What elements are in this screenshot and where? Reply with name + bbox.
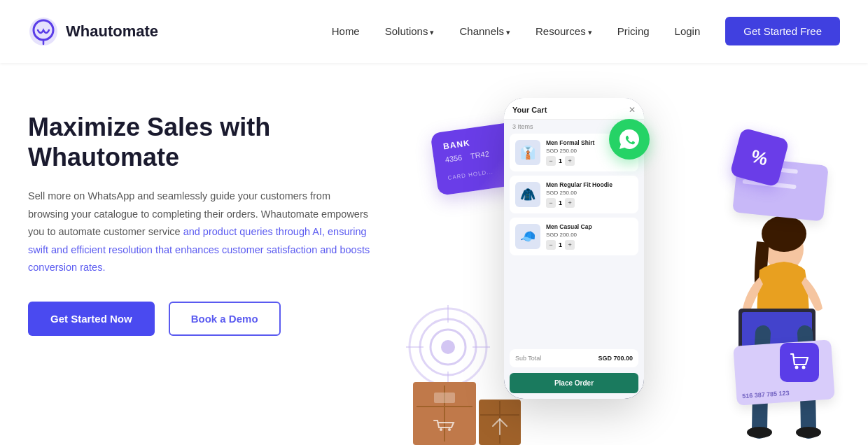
book-demo-button[interactable]: Book a Demo bbox=[169, 302, 281, 336]
svg-point-22 bbox=[795, 366, 799, 369]
qty-num-2: 1 bbox=[559, 199, 562, 206]
cart-item-3-price: SGD 200.00 bbox=[546, 232, 633, 238]
cart-item-2-qty: − 1 + bbox=[546, 198, 633, 208]
svg-rect-15 bbox=[434, 393, 455, 403]
nav-home[interactable]: Home bbox=[332, 25, 360, 37]
cart-item-2-name: Men Regular Fit Hoodie bbox=[546, 181, 633, 188]
nav-solutions[interactable]: Solutions bbox=[385, 25, 435, 37]
get-started-now-button[interactable]: Get Started Now bbox=[28, 302, 155, 336]
cart-item-2-price: SGD 250.00 bbox=[546, 190, 633, 196]
nav-links: Home Solutions Channels Resources Pricin… bbox=[332, 25, 840, 38]
navbar: Whautomate Home Solutions Channels Resou… bbox=[0, 0, 868, 63]
nav-pricing[interactable]: Pricing bbox=[617, 25, 650, 37]
svg-point-29 bbox=[796, 427, 821, 438]
nav-login[interactable]: Login bbox=[675, 25, 701, 37]
svg-point-7 bbox=[441, 340, 455, 354]
cart-item-3-qty: − 1 + bbox=[546, 240, 633, 250]
qty-plus-2[interactable]: + bbox=[565, 198, 575, 208]
target-icon bbox=[406, 305, 490, 389]
subtotal-label: Sub Total bbox=[515, 355, 541, 362]
box-small bbox=[479, 400, 521, 445]
cart-title: Your Cart bbox=[512, 106, 547, 114]
hero-section: Maximize Sales with Whautomate Sell more… bbox=[0, 63, 868, 445]
brand-name: Whautomate bbox=[66, 22, 158, 41]
hero-buttons: Get Started Now Book a Demo bbox=[28, 302, 392, 336]
cart-item-3: 🧢 Men Casual Cap SGD 200.00 − 1 + bbox=[510, 218, 638, 255]
close-icon: ✕ bbox=[629, 105, 636, 115]
svg-point-16 bbox=[440, 428, 442, 431]
place-order-button[interactable]: Place Order bbox=[510, 373, 638, 393]
svg-point-23 bbox=[802, 366, 806, 369]
qty-plus-3[interactable]: + bbox=[565, 240, 575, 250]
nav-channels[interactable]: Channels bbox=[460, 25, 510, 37]
box-big bbox=[413, 382, 476, 445]
cart-subtotal: Sub Total SGD 700.00 bbox=[510, 349, 638, 367]
cart-item-2: 🧥 Men Regular Fit Hoodie SGD 250.00 − 1 … bbox=[510, 176, 638, 213]
hero-description: Sell more on WhatsApp and seamlessly gui… bbox=[28, 188, 371, 276]
woman-figure bbox=[700, 193, 840, 445]
cart-item-2-image: 🧥 bbox=[515, 182, 540, 207]
cart-item-3-info: Men Casual Cap SGD 200.00 − 1 + bbox=[546, 223, 633, 250]
logo-area[interactable]: Whautomate bbox=[28, 16, 158, 47]
whatsapp-icon bbox=[609, 119, 650, 160]
cart-icon bbox=[780, 343, 819, 382]
cart-header: Your Cart ✕ bbox=[504, 98, 644, 120]
qty-plus-1[interactable]: + bbox=[565, 156, 575, 166]
cart-item-1-image: 👔 bbox=[515, 140, 540, 165]
get-started-free-button[interactable]: Get Started Free bbox=[725, 17, 840, 45]
nav-resources[interactable]: Resources bbox=[536, 25, 592, 37]
discount-icon: % bbox=[749, 145, 770, 170]
subtotal-value: SGD 700.00 bbox=[598, 355, 633, 362]
qty-minus-1[interactable]: − bbox=[546, 156, 556, 166]
qty-minus-3[interactable]: − bbox=[546, 240, 556, 250]
hero-title: Maximize Sales with Whautomate bbox=[28, 112, 392, 172]
shipping-boxes bbox=[413, 382, 521, 445]
svg-point-17 bbox=[448, 428, 451, 431]
cart-item-3-image: 🧢 bbox=[515, 224, 540, 249]
logo-icon bbox=[28, 16, 59, 47]
cart-item-2-info: Men Regular Fit Hoodie SGD 250.00 − 1 + bbox=[546, 181, 633, 208]
card2-number: 516 387 785 123 bbox=[742, 390, 790, 400]
hero-left: Maximize Sales with Whautomate Sell more… bbox=[28, 105, 392, 336]
svg-point-28 bbox=[747, 427, 772, 438]
qty-minus-2[interactable]: − bbox=[546, 198, 556, 208]
cart-item-3-name: Men Casual Cap bbox=[546, 223, 633, 230]
qty-num-1: 1 bbox=[559, 157, 562, 164]
qty-num-3: 1 bbox=[559, 241, 562, 248]
hero-illustration: BANK 4356 TR42 CARD HOLD... % bbox=[392, 105, 840, 445]
